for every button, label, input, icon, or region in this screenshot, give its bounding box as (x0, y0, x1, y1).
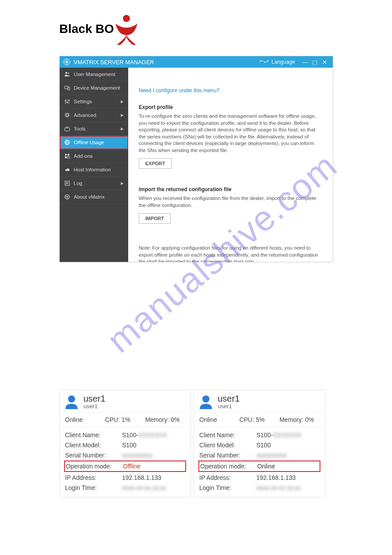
user-card-online: user1 user1 Online CPU: 5% Memory: 0% Cl… (194, 390, 325, 497)
sidebar-item-add-ons[interactable]: Add-ons (60, 149, 128, 163)
svg-point-7 (260, 61, 261, 62)
svg-point-0 (123, 15, 130, 22)
svg-point-19 (68, 100, 70, 101)
svg-point-17 (65, 100, 66, 102)
ip-address-value: 192.168.1.133 (122, 474, 162, 481)
sidebar-item-log[interactable]: Log ▶ (60, 177, 128, 190)
serial-number-value: xxxxxxxxxx (256, 452, 287, 459)
cpu-value: 5% (256, 416, 265, 423)
login-time-value: xxxx-xx-xx xx:xx (122, 484, 166, 491)
client-name-label: Client Name: (199, 432, 256, 439)
chevron-right-icon: ▶ (121, 127, 124, 131)
export-title: Export profile (139, 104, 322, 110)
operation-mode-label: Operation mode: (66, 463, 123, 470)
serial-number-label: Serial Number: (65, 452, 122, 459)
ip-address-value: 192.168.1.133 (256, 474, 296, 481)
serial-number-label: Serial Number: (199, 452, 256, 459)
chevron-right-icon: ▶ (121, 113, 124, 117)
host-icon (64, 167, 70, 173)
app-window: VMATRIX SERVER MANAGER Language — ▢ ✕ Us… (59, 56, 333, 262)
sliders-icon (64, 98, 70, 105)
avatar-icon (198, 394, 213, 409)
export-description: To re-configure the zero clients and the… (139, 113, 322, 154)
user-subname: user1 (218, 403, 240, 410)
cpu-label: CPU: (105, 416, 119, 423)
sidebar-item-label: Log (74, 181, 82, 186)
sidebar-item-user-management[interactable]: User Management (60, 68, 128, 81)
globe-map-icon (259, 59, 269, 65)
window-close-button[interactable]: ✕ (320, 59, 329, 65)
gear-icon (64, 112, 70, 118)
sidebar-item-settings[interactable]: Settings ▶ (60, 95, 128, 109)
sidebar-item-tools[interactable]: Tools ▶ (60, 122, 128, 136)
operation-mode-value: Offline (123, 463, 140, 470)
brand-logo: Black BO (59, 13, 392, 45)
device-icon (64, 85, 70, 91)
import-button[interactable]: IMPORT (139, 213, 171, 224)
sidebar-item-label: Host Information (74, 167, 111, 172)
addons-icon (64, 153, 70, 159)
client-model-label: Client Model: (199, 442, 256, 449)
sidebar-item-label: Offline Usage (74, 140, 104, 145)
log-icon (64, 180, 70, 186)
memory-label: Memory: (145, 416, 169, 423)
import-title: Import the returned configuration file (139, 186, 322, 192)
operation-mode-row: Operation mode: Online (198, 461, 320, 472)
sidebar-item-label: Settings (74, 99, 92, 104)
metrics-row: Online CPU: 5% Memory: 0% (194, 413, 325, 427)
serial-number-value: xxxxxxxxxx (122, 452, 153, 459)
svg-rect-27 (68, 154, 69, 156)
about-icon (64, 194, 70, 200)
memory-value: 0% (305, 416, 314, 423)
operation-mode-label: Operation mode: (200, 463, 257, 470)
sidebar-item-label: Tools (74, 126, 86, 131)
sidebar-item-label: Advanced (74, 112, 96, 118)
brand-logo-text: Black BO (59, 22, 114, 36)
help-link[interactable]: Need I configure under this menu? (139, 87, 322, 94)
cpu-label: CPU: (239, 416, 254, 423)
sidebar-item-about[interactable]: About vMatrix (60, 190, 128, 204)
username: user1 (218, 394, 240, 404)
export-button[interactable]: EXPORT (139, 158, 172, 169)
svg-point-38 (68, 395, 75, 403)
client-name-label: Client Name: (65, 432, 122, 439)
sidebar: User Management Device Management Settin… (60, 68, 128, 262)
note-text: Note: For applying configuration files f… (139, 245, 322, 262)
svg-point-11 (68, 73, 69, 74)
titlebar: VMATRIX SERVER MANAGER Language — ▢ ✕ (60, 56, 333, 68)
sidebar-item-label: About vMatrix (74, 194, 104, 200)
svg-rect-26 (65, 154, 67, 156)
login-time-label: Login Time: (199, 484, 256, 491)
client-model-value: S100 (256, 442, 271, 449)
sidebar-item-offline-usage[interactable]: Offline Usage (60, 136, 128, 149)
client-model-value: S100 (122, 442, 137, 449)
window-maximize-button[interactable]: ▢ (310, 59, 320, 65)
client-name-value: S100-XXXXXXX (122, 432, 167, 439)
main-content: Need I configure under this menu? Export… (128, 68, 333, 262)
chevron-right-icon: ▶ (121, 99, 124, 104)
svg-rect-22 (65, 128, 70, 131)
sidebar-item-label: User Management (74, 72, 115, 77)
svg-point-39 (202, 395, 209, 403)
cpu-value: 1% (122, 416, 130, 423)
sidebar-item-advanced[interactable]: Advanced ▶ (60, 109, 128, 122)
metrics-row: Online CPU: 1% Memory: 0% (60, 413, 191, 427)
status-value: Online (199, 416, 239, 423)
language-button[interactable]: Language (272, 59, 295, 65)
brand-logo-icon (113, 13, 140, 45)
sidebar-item-device-management[interactable]: Device Management (60, 81, 128, 95)
svg-rect-28 (65, 156, 67, 158)
user-cards-row: user1 user1 Online CPU: 1% Memory: 0% Cl… (59, 390, 392, 497)
window-minimize-button[interactable]: — (300, 59, 310, 65)
import-description: When you received the configuration file… (139, 195, 322, 209)
user-subname: user1 (83, 403, 105, 410)
toolbox-icon (64, 126, 70, 132)
login-time-label: Login Time: (65, 484, 122, 491)
username: user1 (83, 394, 105, 404)
ip-address-label: IP Address: (199, 474, 256, 481)
memory-label: Memory: (280, 416, 303, 423)
svg-point-8 (264, 62, 265, 63)
sidebar-item-host-information[interactable]: Host Information (60, 163, 128, 177)
status-value: Online (65, 416, 105, 423)
avatar-icon (64, 394, 79, 409)
